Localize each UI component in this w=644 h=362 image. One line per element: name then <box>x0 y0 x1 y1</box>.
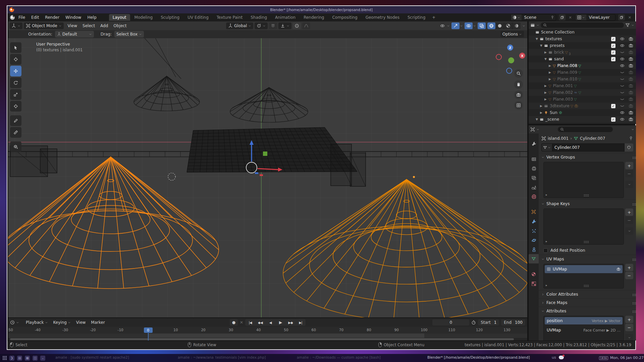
viewlayer-new-button[interactable] <box>618 14 625 20</box>
taskbar-icon-4[interactable]: ◫ <box>33 356 38 361</box>
disable-render-icon[interactable] <box>629 117 633 122</box>
current-frame-field[interactable]: 0 <box>432 319 469 325</box>
outliner-item-label[interactable]: presets <box>550 43 565 48</box>
hide-eye-icon[interactable] <box>620 110 625 115</box>
gizmo-neg-x-axis[interactable] <box>496 54 502 60</box>
exclude-checkbox[interactable]: ✓ <box>611 104 615 108</box>
viewport-menu-select[interactable]: Select <box>80 22 98 29</box>
exclude-checkbox[interactable]: ✓ <box>611 37 615 41</box>
outliner-item-label[interactable]: sand <box>554 57 564 61</box>
jump-to-start-button[interactable]: |◀ <box>245 319 255 326</box>
outliner-row-sun[interactable]: ▶Sun <box>529 109 636 116</box>
vertex-groups-list[interactable]: ▸ <box>543 162 624 198</box>
outliner-item-label[interactable]: Plane.002 <box>553 90 573 95</box>
tab-modifiers[interactable] <box>529 217 539 226</box>
disable-render-icon[interactable] <box>629 57 633 61</box>
expander-icon[interactable]: ▶ <box>544 98 547 101</box>
vgroup-add-button[interactable]: + <box>625 162 633 169</box>
timeline-ruler[interactable]: 0 -50-40-30-20-1010203040506070809010011… <box>8 327 527 334</box>
workspace-tab-modeling[interactable]: Modeling <box>131 14 157 21</box>
viewport-menu-add[interactable]: Add <box>98 22 111 29</box>
expand-arrow[interactable]: ▸ <box>546 193 547 196</box>
taskbar-window-1[interactable]: amalie : ~/www/ana_testimonials [vim ind… <box>178 355 266 359</box>
frame-end-field[interactable]: End100 <box>501 319 525 325</box>
scene-new-button[interactable] <box>559 14 566 20</box>
disable-render-icon[interactable] <box>629 90 633 95</box>
hidden-eye-icon[interactable] <box>620 50 625 55</box>
expander-icon[interactable]: ▶ <box>548 64 552 67</box>
clock[interactable]: 1836Mon, 06 Jan 00:27 comernw <box>599 356 644 360</box>
measure-tool[interactable] <box>10 127 21 138</box>
ortho-toggle-button[interactable] <box>514 101 523 110</box>
timeline-menu-view[interactable]: View <box>73 319 88 326</box>
disable-render-icon[interactable] <box>629 77 633 81</box>
hidden-eye-icon[interactable] <box>620 97 625 102</box>
timeline-menu-playback[interactable]: Playback <box>23 319 51 326</box>
workspace-add-button[interactable]: + <box>430 14 438 21</box>
taskbar-icon-2[interactable]: ▤ <box>17 356 22 361</box>
tab-world[interactable] <box>529 192 539 201</box>
workspace-tab-sculpting[interactable]: Sculpting <box>157 14 183 21</box>
attribute-row-uvmap[interactable]: UVMapFace Corner ▶ 2D … <box>545 326 623 334</box>
editor-type-button[interactable] <box>9 22 22 29</box>
add-rest-position-checkbox[interactable] <box>543 248 548 253</box>
gizmos-toggle[interactable] <box>451 22 460 29</box>
tab-tool[interactable] <box>529 139 539 148</box>
workspace-tab-animation[interactable]: Animation <box>271 14 299 21</box>
tweak-select-tool[interactable] <box>10 42 21 53</box>
window-titlebar[interactable]: Blender* [/home/amalie/Desktop/blender/p… <box>7 6 635 13</box>
auto-keying-button[interactable]: ● <box>230 319 238 326</box>
outliner-item-label[interactable]: Plane.009 <box>557 70 577 75</box>
snap-settings[interactable] <box>278 22 291 29</box>
outliner-filter-dropdown[interactable] <box>631 24 634 27</box>
transform-tool[interactable] <box>10 101 21 112</box>
outliner-editor-type-icon[interactable] <box>530 23 535 27</box>
outliner-item-label[interactable]: brick <box>554 50 564 55</box>
navigation-gizmo[interactable]: Z X <box>497 46 524 72</box>
rotate-tool[interactable] <box>10 77 21 88</box>
disable-render-icon[interactable] <box>629 37 633 41</box>
exclude-checkbox[interactable]: ✓ <box>611 50 615 55</box>
snap-toggle[interactable] <box>269 22 277 29</box>
properties-editor-type-dropdown[interactable] <box>536 128 539 131</box>
outliner-row-presets[interactable]: ▼presets✓ <box>529 42 636 49</box>
transform-orientation[interactable]: Global <box>226 22 253 29</box>
expander-icon[interactable]: ▼ <box>535 118 539 121</box>
timeline-scrollbar[interactable] <box>8 338 527 341</box>
timeline-track-area[interactable] <box>8 334 527 338</box>
outliner-item-label[interactable]: Plane.003 <box>553 97 573 102</box>
shading-wireframe-button[interactable] <box>487 22 495 29</box>
gizmo-y-axis[interactable] <box>508 57 514 63</box>
shading-material-button[interactable] <box>504 22 512 29</box>
viewport-canvas[interactable]: User Perspective (0) textures | island.0… <box>8 38 527 317</box>
exclude-checkbox[interactable]: ✓ <box>611 117 615 122</box>
expander-icon[interactable]: ▶ <box>539 104 543 108</box>
add-cube-tool[interactable] <box>10 141 21 152</box>
properties-options-dropdown[interactable] <box>631 128 634 131</box>
annotate-tool[interactable] <box>10 115 21 126</box>
tab-object-data[interactable] <box>529 254 539 263</box>
use-preview-range-icon[interactable] <box>471 320 476 325</box>
outliner-item-label[interactable]: _scene <box>545 117 559 122</box>
keyboard-layout[interactable]: us <box>552 355 556 360</box>
outliner-editor-type-dropdown[interactable] <box>536 24 539 27</box>
shading-solid-button[interactable] <box>496 22 504 29</box>
outliner-item-label[interactable]: textures <box>545 37 562 41</box>
outliner-item-label[interactable]: Plane.010 <box>557 77 577 81</box>
taskbar-window-2[interactable]: amalie : ~/Downloads — custom apache [ba… <box>297 355 381 359</box>
outliner-row-plane-009[interactable]: ▶▽Plane.009▽ <box>529 69 636 76</box>
hidden-eye-icon[interactable] <box>620 70 625 75</box>
camera-view-button[interactable] <box>514 90 523 99</box>
hide-eye-icon[interactable] <box>620 43 625 48</box>
scale-tool[interactable] <box>10 89 21 100</box>
hide-eye-icon[interactable] <box>620 117 625 122</box>
xray-toggle[interactable] <box>478 22 486 29</box>
exclude-checkbox[interactable]: ✓ <box>611 57 615 61</box>
gizmos-dropdown[interactable] <box>460 24 463 27</box>
outliner-item-label[interactable]: Plane.008 <box>557 63 577 68</box>
attribute-add-button[interactable]: + <box>625 316 633 323</box>
tab-object-constraints[interactable] <box>529 245 539 254</box>
fake-user-button[interactable] <box>625 143 633 152</box>
zoom-button[interactable] <box>514 69 523 78</box>
move-tool[interactable] <box>10 66 21 76</box>
